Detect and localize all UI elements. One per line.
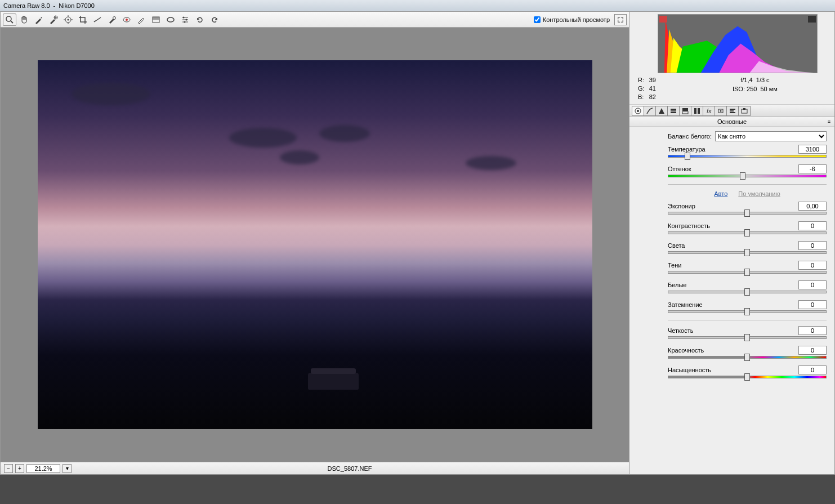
- temperature-slider[interactable]: Температура: [668, 145, 827, 158]
- svg-point-0: [6, 16, 11, 21]
- spot-removal-tool[interactable]: [105, 14, 119, 26]
- zoom-tool[interactable]: [3, 14, 16, 26]
- tab-split-tone[interactable]: [679, 106, 691, 116]
- vibrance-input[interactable]: [798, 346, 827, 355]
- tab-effects[interactable]: fx: [703, 106, 715, 116]
- default-link[interactable]: По умолчанию: [738, 190, 780, 197]
- preview-label: Контрольный просмотр: [543, 16, 610, 23]
- exposure-slider[interactable]: Экспонир: [668, 202, 827, 215]
- camera-model: Nikon D7000: [59, 2, 95, 9]
- zoom-out-button[interactable]: −: [4, 464, 13, 473]
- highlights-input[interactable]: [798, 241, 827, 250]
- tab-snapshots[interactable]: [738, 106, 751, 116]
- shadows-slider[interactable]: Тени: [668, 261, 827, 274]
- zoom-dropdown-button[interactable]: ▾: [62, 464, 72, 473]
- preview-pane: Контрольный просмотр − + 21.2% ▾ DSC_580…: [0, 11, 629, 475]
- image-canvas[interactable]: [1, 28, 629, 462]
- clarity-slider[interactable]: Четкость: [668, 326, 827, 339]
- svg-rect-30: [694, 108, 696, 114]
- targeted-adjustment-tool[interactable]: [61, 14, 75, 26]
- svg-point-34: [720, 110, 722, 111]
- rgb-readout: R:39 G:41 B:82: [635, 75, 659, 102]
- adjustment-brush-tool[interactable]: [135, 14, 148, 26]
- blacks-slider[interactable]: Затемнение: [668, 300, 827, 313]
- radial-filter-tool[interactable]: [164, 14, 177, 26]
- white-balance-select[interactable]: Как снято: [715, 131, 827, 141]
- bottom-space: [0, 475, 835, 504]
- svg-line-1: [11, 21, 13, 23]
- svg-rect-28: [682, 108, 688, 111]
- photo-preview: [38, 60, 592, 429]
- vibrance-slider[interactable]: Красочность: [668, 346, 827, 359]
- auto-link[interactable]: Авто: [714, 190, 727, 197]
- tab-calibration[interactable]: [715, 106, 727, 116]
- highlight-clip-warning[interactable]: [808, 16, 816, 23]
- exposure-input[interactable]: [798, 202, 827, 211]
- svg-rect-29: [682, 111, 688, 114]
- preview-checkbox[interactable]: [534, 16, 541, 23]
- tab-detail[interactable]: [655, 106, 668, 116]
- shadows-input[interactable]: [798, 261, 827, 270]
- straighten-tool[interactable]: [91, 14, 104, 26]
- info-row: R:39 G:41 B:82 f/1,4 1/3 с ISO: 250 50 м…: [629, 73, 834, 105]
- tint-slider[interactable]: Оттенок: [668, 164, 827, 177]
- zoom-in-button[interactable]: +: [15, 464, 24, 473]
- svg-point-20: [183, 16, 185, 18]
- hand-tool[interactable]: [17, 14, 31, 26]
- panel-body: Баланс белого: Как снято Температура Отт…: [629, 127, 834, 390]
- color-sampler-tool[interactable]: [47, 14, 60, 26]
- filename-label: DSC_5807.NEF: [74, 465, 626, 472]
- whites-input[interactable]: [798, 280, 827, 289]
- graduated-filter-tool[interactable]: [149, 14, 163, 26]
- svg-rect-39: [743, 108, 745, 110]
- fullscreen-button[interactable]: [614, 14, 627, 25]
- svg-rect-31: [698, 108, 700, 114]
- clarity-input[interactable]: [798, 326, 827, 335]
- temperature-thumb[interactable]: [685, 153, 690, 160]
- svg-rect-25: [671, 109, 676, 110]
- whites-slider[interactable]: Белые: [668, 280, 827, 293]
- rotate-ccw-tool[interactable]: [193, 14, 207, 26]
- tab-lens[interactable]: [691, 106, 703, 116]
- blacks-input[interactable]: [798, 300, 827, 309]
- svg-point-22: [184, 21, 186, 23]
- panel-menu-button[interactable]: ≡: [828, 119, 831, 124]
- svg-point-24: [637, 110, 639, 112]
- highlights-slider[interactable]: Света: [668, 241, 827, 254]
- svg-rect-37: [730, 112, 735, 113]
- tab-basic[interactable]: [632, 106, 644, 116]
- svg-point-21: [186, 19, 187, 20]
- preferences-tool[interactable]: [178, 14, 192, 26]
- tool-toolbar: Контрольный просмотр: [1, 12, 629, 28]
- svg-rect-27: [671, 112, 676, 113]
- saturation-input[interactable]: [798, 365, 827, 374]
- svg-rect-35: [730, 109, 735, 110]
- white-balance-tool[interactable]: [32, 14, 46, 26]
- zoom-value[interactable]: 21.2%: [26, 464, 60, 473]
- adjustments-pane: R:39 G:41 B:82 f/1,4 1/3 с ISO: 250 50 м…: [629, 11, 835, 475]
- exif-readout: f/1,4 1/3 с ISO: 250 50 мм: [681, 75, 829, 102]
- tab-curve[interactable]: [644, 106, 656, 116]
- tab-hsl[interactable]: [667, 106, 680, 116]
- saturation-slider[interactable]: Насыщенность: [668, 365, 827, 378]
- temperature-input[interactable]: [798, 145, 827, 154]
- red-eye-tool[interactable]: [120, 14, 133, 26]
- svg-point-6: [68, 19, 69, 20]
- rotate-cw-tool[interactable]: [208, 14, 221, 26]
- shadow-clip-warning[interactable]: [659, 16, 667, 23]
- window-titlebar: Camera Raw 8.0 - Nikon D7000: [0, 0, 835, 11]
- svg-text:fx: fx: [707, 108, 712, 114]
- histogram[interactable]: [658, 14, 818, 73]
- svg-point-13: [126, 19, 128, 21]
- svg-rect-15: [153, 17, 159, 20]
- white-balance-label: Баланс белого:: [668, 133, 712, 140]
- status-bar: − + 21.2% ▾ DSC_5807.NEF: [1, 462, 629, 474]
- contrast-slider[interactable]: Контрастность: [668, 221, 827, 234]
- panel-tabstrip: fx: [629, 105, 834, 117]
- crop-tool[interactable]: [76, 14, 90, 26]
- contrast-input[interactable]: [798, 221, 827, 230]
- svg-rect-38: [742, 109, 747, 113]
- tint-thumb[interactable]: [740, 172, 745, 180]
- tint-input[interactable]: [798, 164, 827, 173]
- tab-presets[interactable]: [726, 106, 739, 116]
